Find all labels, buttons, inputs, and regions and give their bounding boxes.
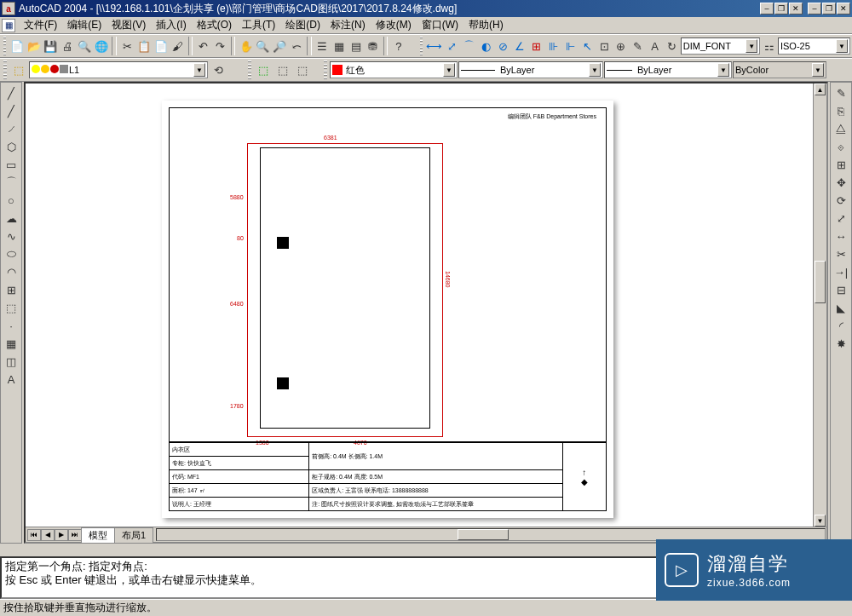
paste-icon[interactable]: 📄 [153,37,169,55]
offset-icon[interactable]: ⟐ [832,138,850,155]
toolpalettes-icon[interactable]: ▤ [348,37,364,55]
print-icon[interactable]: 🖨 [60,37,76,55]
menu-tools[interactable]: 工具(T) [237,16,280,34]
text-icon[interactable]: A [2,371,20,388]
dim-update-icon[interactable]: ↻ [664,37,680,55]
minimize-button[interactable]: – [808,3,821,14]
extend-icon[interactable]: →| [832,263,850,280]
dim-radius-icon[interactable]: ◐ [478,37,494,55]
chamfer-icon[interactable]: ◣ [832,299,850,316]
toolbar-grip[interactable] [420,37,423,55]
toolbar-grip[interactable] [3,37,6,55]
mdi-minimize-button[interactable]: – [760,3,774,14]
menu-help[interactable]: 帮助(H) [463,16,509,34]
toolbar-grip[interactable] [3,60,7,79]
layer-states-icon[interactable]: ⬚ [273,60,292,79]
xline-icon[interactable]: ╱ [2,102,20,119]
tab-last-icon[interactable]: ⏭ [68,529,82,541]
zoom-prev-icon[interactable]: ⤺ [289,37,305,55]
move-icon[interactable]: ✥ [832,174,850,191]
explode-icon[interactable]: ✸ [832,335,850,352]
toolbar-grip[interactable] [324,60,327,79]
iso-combo[interactable]: ISO-25 ▼ [778,37,850,55]
restore-button[interactable]: ❐ [822,3,836,14]
point-icon[interactable]: · [2,317,20,334]
stretch-icon[interactable]: ↔ [832,227,850,245]
vertical-scrollbar[interactable]: ▲ ▼ [813,83,826,527]
tab-next-icon[interactable]: ▶ [55,529,68,541]
help-icon[interactable]: ? [390,37,406,55]
chevron-down-icon[interactable]: ▼ [443,63,455,77]
dim-edit-icon[interactable]: ✎ [630,37,646,55]
layer-iso-icon[interactable]: ⬚ [293,60,312,79]
layer-combo[interactable]: L1 ▼ [29,61,208,78]
redo-icon[interactable]: ↷ [212,37,228,55]
layer-prev-icon[interactable]: ⟲ [209,60,227,79]
menu-insert[interactable]: 插入(I) [151,16,191,34]
open-icon[interactable]: 📂 [26,37,42,55]
menu-view[interactable]: 视图(V) [106,16,151,34]
break-icon[interactable]: ⊟ [832,281,850,298]
dbconnect-icon[interactable]: ⛃ [365,37,381,55]
chevron-down-icon[interactable]: ▼ [717,63,729,77]
undo-icon[interactable]: ↶ [195,37,211,55]
designcenter-icon[interactable]: ▦ [331,37,348,55]
chevron-down-icon[interactable]: ▼ [812,63,824,77]
properties-icon[interactable]: ☰ [314,37,331,55]
scroll-thumb[interactable] [458,529,509,540]
spline-icon[interactable]: ∿ [2,227,20,245]
menu-window[interactable]: 窗口(W) [417,16,463,34]
menu-format[interactable]: 格式(O) [192,16,237,34]
fillet-icon[interactable]: ◜ [832,317,850,334]
dim-arc-icon[interactable]: ⌒ [461,37,477,55]
polygon-icon[interactable]: ⬡ [2,138,20,155]
zoom-win-icon[interactable]: 🔎 [272,37,288,55]
ellipsearc-icon[interactable]: ◠ [2,263,20,280]
tab-model[interactable]: 模型 [81,527,115,543]
copy-obj-icon[interactable]: ⎘ [832,102,850,119]
chevron-down-icon[interactable]: ▼ [193,63,205,77]
copy-icon[interactable]: 📋 [135,37,152,55]
scroll-down-icon[interactable]: ▼ [815,515,826,527]
save-icon[interactable]: 💾 [43,37,59,55]
hatch-icon[interactable]: ▦ [2,335,20,352]
lineweight-combo[interactable]: ByLayer ▼ [604,61,732,78]
layer-manager-icon[interactable]: ⬚ [9,60,28,79]
region-icon[interactable]: ◫ [2,353,20,370]
dim-quick-icon[interactable]: ⊞ [528,37,544,55]
dim-linear-icon[interactable]: ⟷ [425,37,443,55]
dim-textedit-icon[interactable]: A [647,37,663,55]
block-icon[interactable]: ⬚ [2,299,20,316]
preview-icon[interactable]: 🔍 [77,37,93,55]
dim-center-icon[interactable]: ⊕ [613,37,629,55]
make-current-icon[interactable]: ⬚ [254,60,273,79]
circle-icon[interactable]: ○ [2,192,20,209]
dim-ang-icon[interactable]: ∠ [512,37,528,55]
dim-aligned-icon[interactable]: ⤢ [444,37,460,55]
publish-icon[interactable]: 🌐 [93,37,109,55]
dim-tol-icon[interactable]: ⊡ [596,37,613,55]
mdi-close-button[interactable]: ✕ [789,3,803,14]
chevron-down-icon[interactable]: ▼ [746,39,757,53]
insert-icon[interactable]: ⊞ [2,281,20,298]
scroll-up-icon[interactable]: ▲ [815,83,826,95]
menu-draw[interactable]: 绘图(D) [280,16,325,34]
mirror-icon[interactable]: ⧋ [832,120,850,137]
revcloud-icon[interactable]: ☁ [2,210,20,227]
scroll-thumb[interactable] [815,261,826,303]
tab-first-icon[interactable]: ⏮ [27,529,41,541]
menu-modify[interactable]: 修改(M) [371,16,417,34]
plotstyle-combo[interactable]: ByColor ▼ [733,61,826,78]
new-icon[interactable]: 📄 [9,37,25,55]
erase-icon[interactable]: ✎ [832,84,850,101]
array-icon[interactable]: ⊞ [832,156,850,173]
tab-layout1[interactable]: 布局1 [114,527,153,543]
dim-dia-icon[interactable]: ⊘ [495,37,511,55]
dim-leader-icon[interactable]: ↖ [579,37,596,55]
menu-edit[interactable]: 编辑(E) [62,16,106,34]
pan-icon[interactable]: ✋ [238,37,254,55]
mdi-icon[interactable]: ▦ [2,19,15,32]
chevron-down-icon[interactable]: ▼ [836,39,848,53]
arc-icon[interactable]: ⌒ [2,174,20,191]
tab-prev-icon[interactable]: ◀ [41,529,55,541]
